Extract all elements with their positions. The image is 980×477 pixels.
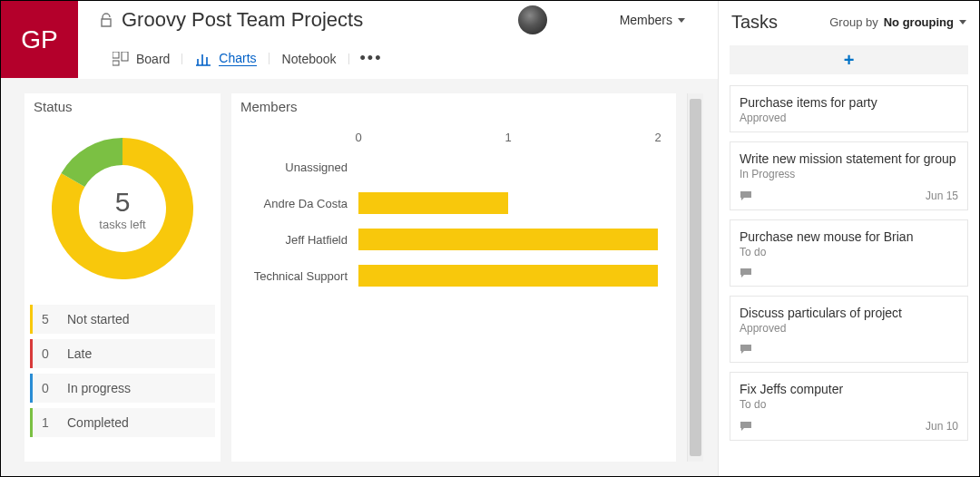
bar-fill [358, 229, 658, 250]
add-task-button[interactable]: + [730, 45, 968, 74]
legend-row[interactable]: 1Completed [30, 408, 215, 437]
members-card-title: Members [231, 93, 676, 127]
members-dropdown-label: Members [620, 13, 672, 27]
tab-board[interactable]: Board [100, 46, 182, 72]
tab-charts[interactable]: Charts [182, 45, 269, 72]
task-list: Purchase items for partyApprovedWrite ne… [719, 85, 979, 476]
task-date: Jun 10 [926, 420, 958, 433]
avatar[interactable] [518, 5, 547, 34]
svg-rect-0 [113, 52, 119, 58]
plus-icon: + [844, 50, 855, 71]
tab-notebook-label: Notebook [282, 52, 337, 66]
legend-count: 0 [42, 346, 54, 361]
task-title: Purchase new mouse for Brian [740, 229, 958, 244]
bar-row: Unassigned [250, 149, 658, 185]
task-title: Fix Jeffs computer [740, 382, 958, 396]
bar-label: Technical Support [250, 269, 358, 283]
more-menu-button[interactable]: ••• [349, 44, 394, 73]
status-card-title: Status [24, 93, 220, 127]
group-by-label: Group by [829, 15, 877, 29]
status-card: Status 5 tasks left 5Not started0Late0In… [24, 93, 220, 462]
members-card: Members 012UnassignedAndre Da CostaJeff … [231, 93, 676, 462]
task-footer: Jun 10 [740, 420, 958, 433]
tab-board-label: Board [136, 52, 170, 66]
bar-fill [358, 192, 508, 214]
legend-count: 1 [42, 415, 54, 430]
group-by-dropdown[interactable]: Group by No grouping [829, 15, 966, 29]
svg-rect-2 [113, 61, 119, 65]
task-footer [740, 268, 958, 278]
bar-track [358, 156, 658, 178]
task-footer [740, 344, 958, 355]
task-title: Purchase items for party [740, 95, 958, 110]
comment-icon [740, 190, 752, 201]
comment-icon [740, 344, 752, 355]
tasks-panel-title: Tasks [731, 12, 778, 33]
task-status: Approved [740, 112, 958, 124]
donut-center-label: tasks left [99, 218, 145, 231]
axis-tick: 2 [654, 131, 661, 144]
status-donut-chart: 5 tasks left [41, 127, 204, 290]
legend-label: Not started [67, 312, 129, 326]
legend-label: Completed [67, 415, 129, 430]
scrollbar-thumb[interactable] [690, 99, 701, 456]
task-card[interactable]: Discuss particulars of projectApproved [730, 296, 968, 363]
bar-label: Andre Da Costa [250, 197, 358, 210]
bar-row: Technical Support [250, 258, 658, 294]
task-footer: Jun 15 [740, 190, 958, 202]
bar-row: Andre Da Costa [250, 185, 658, 221]
legend-row[interactable]: 0Late [30, 339, 215, 368]
legend-count: 5 [42, 312, 54, 326]
bar-track [358, 192, 658, 214]
comment-icon [740, 421, 752, 432]
task-status: To do [740, 246, 958, 258]
task-card[interactable]: Purchase items for partyApproved [730, 85, 968, 132]
lock-icon [100, 13, 113, 27]
bar-track [358, 229, 658, 250]
chevron-down-icon [959, 20, 966, 24]
task-status: To do [740, 398, 958, 411]
bar-label: Jeff Hatfield [250, 233, 358, 247]
comment-icon [740, 268, 752, 278]
bar-track [358, 265, 658, 287]
group-by-value: No grouping [884, 15, 954, 29]
bar-row: Jeff Hatfield [250, 221, 658, 258]
chevron-down-icon [678, 18, 685, 23]
legend-count: 0 [42, 381, 54, 395]
status-legend: 5Not started0Late0In progress1Completed [24, 299, 220, 443]
task-card[interactable]: Fix Jeffs computerTo doJun 10 [730, 372, 968, 441]
task-title: Discuss particulars of project [740, 306, 958, 320]
members-dropdown[interactable]: Members [620, 13, 685, 27]
legend-row[interactable]: 5Not started [30, 305, 215, 334]
charts-icon [195, 52, 211, 66]
task-status: Approved [740, 322, 958, 335]
tab-charts-label: Charts [219, 51, 256, 66]
legend-label: In progress [67, 381, 131, 395]
bar-fill [358, 265, 658, 287]
axis-tick: 0 [355, 131, 361, 144]
legend-row[interactable]: 0In progress [30, 374, 215, 403]
view-tabs: Board Charts Notebook ••• [78, 39, 718, 78]
task-status: In Progress [740, 168, 958, 180]
app-logo: GP [1, 1, 78, 78]
task-card[interactable]: Purchase new mouse for BrianTo do [730, 219, 968, 287]
svg-rect-1 [122, 52, 128, 61]
titlebar: Groovy Post Team Projects Members [78, 1, 718, 39]
donut-center-value: 5 [115, 187, 131, 218]
content-scrollbar[interactable] [687, 93, 703, 462]
page-title: Groovy Post Team Projects [122, 8, 363, 32]
task-date: Jun 15 [926, 190, 958, 202]
ellipsis-icon: ••• [360, 49, 383, 67]
task-card[interactable]: Write new mission statement for groupIn … [730, 141, 968, 210]
board-icon [113, 52, 129, 66]
task-title: Write new mission statement for group [740, 151, 958, 166]
bar-label: Unassigned [250, 161, 358, 174]
axis-tick: 1 [505, 131, 511, 144]
tab-notebook[interactable]: Notebook [270, 46, 349, 72]
members-bar-chart: 012UnassignedAndre Da CostaJeff Hatfield… [231, 127, 676, 303]
tasks-panel: Tasks Group by No grouping + Purchase it… [718, 1, 979, 476]
legend-label: Late [67, 346, 92, 361]
